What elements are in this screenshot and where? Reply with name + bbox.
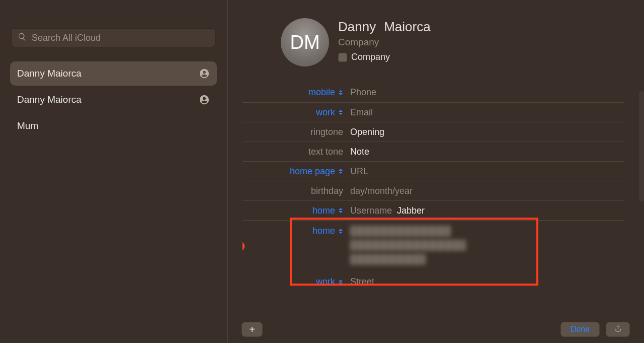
phone-input[interactable]: Phone [350,87,376,98]
phone-label-dropdown[interactable]: mobile [243,87,347,98]
address-work-label-dropdown[interactable]: work [243,277,347,287]
redacted-address-line [350,226,451,237]
address-home-label-dropdown[interactable]: home [243,224,347,236]
chevron-updown-icon [338,168,343,175]
email-input[interactable]: Email [350,107,373,118]
redacted-address-line [350,254,426,265]
redacted-address-line [350,240,466,251]
text-tone-label: text tone [308,147,343,157]
card-header: DM Danny Maiorca Company Company [243,18,624,66]
search-input-wrap[interactable] [11,28,216,47]
username-service-select[interactable]: Jabber [397,205,425,216]
contact-name: Danny Maiorca [17,68,199,79]
scrollbar[interactable] [639,91,644,201]
footer: + Done [227,322,644,337]
share-button[interactable] [606,322,630,337]
detail-pane: DM Danny Maiorca Company Company mobile … [227,0,644,343]
email-label-dropdown[interactable]: work [243,107,347,118]
row-birthday: birthday day/month/year [243,181,624,200]
search-icon [18,32,32,43]
contact-item[interactable]: Danny Maiorca [10,61,217,86]
row-email: work Email [243,102,624,122]
contact-name: Mum [17,120,210,131]
person-icon [199,68,210,79]
done-button[interactable]: Done [560,322,600,337]
chevron-updown-icon [338,228,343,235]
sidebar: Danny Maiorca Danny Maiorca Mum [0,0,227,343]
company-checkbox[interactable] [338,53,347,62]
birthday-label: birthday [311,186,343,196]
add-field-button[interactable]: + [242,322,263,337]
contact-name: Danny Maiorca [17,94,199,105]
username-input[interactable]: Username [350,205,392,216]
row-phone: mobile Phone [243,83,624,102]
url-input[interactable]: URL [350,166,368,177]
chevron-updown-icon [338,207,343,214]
field-rows: mobile Phone work Email ringtone Opening… [243,83,624,343]
chevron-updown-icon [338,109,343,116]
homepage-label-dropdown[interactable]: home page [243,166,347,177]
last-name-field[interactable]: Maiorca [384,19,430,35]
ringtone-select[interactable]: Opening [347,127,624,138]
contact-item[interactable]: Danny Maiorca [10,88,217,112]
company-field[interactable]: Company [338,37,431,48]
ringtone-label: ringtone [310,127,343,138]
first-name-field[interactable]: Danny [338,19,376,35]
address-home-input[interactable] [350,224,466,269]
row-text-tone: text tone Note [243,142,624,161]
contact-list: Danny Maiorca Danny Maiorca Mum [0,56,227,138]
address-work-input[interactable]: Street [350,277,374,287]
company-checkbox-label: Company [351,52,390,62]
search-input[interactable] [32,33,209,43]
person-icon [199,94,210,105]
avatar[interactable]: DM [281,18,329,66]
contact-item[interactable]: Mum [10,114,217,138]
chevron-updown-icon [338,89,343,96]
row-address-home: home [243,220,624,272]
birthday-input[interactable]: day/month/year [350,186,413,196]
chevron-updown-icon [338,279,343,286]
username-label-dropdown[interactable]: home [243,205,347,216]
row-username: home Username Jabber [243,200,624,220]
row-homepage: home page URL [243,161,624,181]
row-address-work: work Street [243,272,624,292]
share-icon [614,324,622,335]
text-tone-select[interactable]: Note [347,147,624,157]
row-ringtone: ringtone Opening [243,122,624,142]
